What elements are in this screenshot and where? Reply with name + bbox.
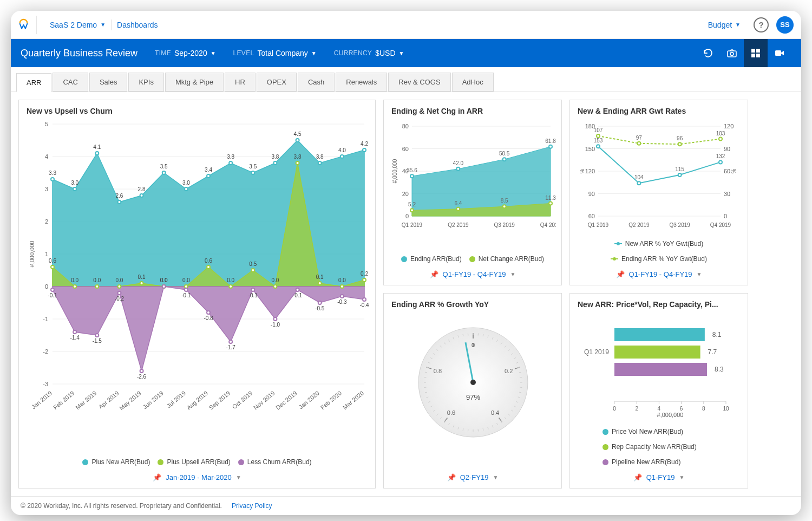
tab-opex[interactable]: OPEX xyxy=(257,73,297,92)
svg-text:#,000,000: #,000,000 xyxy=(392,159,398,183)
caret-down-icon: ▼ xyxy=(697,271,702,277)
present-button[interactable] xyxy=(768,39,791,67)
svg-point-156 xyxy=(549,202,552,205)
svg-point-80 xyxy=(318,282,322,285)
tab-hr[interactable]: HR xyxy=(225,73,256,92)
svg-point-152 xyxy=(456,207,460,211)
svg-text:0.1: 0.1 xyxy=(138,274,146,280)
privacy-link[interactable]: Privacy Policy xyxy=(232,502,272,510)
svg-text:Jun 2019: Jun 2019 xyxy=(142,389,165,410)
svg-text:2.8: 2.8 xyxy=(138,186,146,192)
svg-text:5: 5 xyxy=(45,121,48,127)
tab-adhoc[interactable]: AdHoc xyxy=(452,73,494,92)
svg-point-76 xyxy=(273,285,277,288)
svg-text:0.6: 0.6 xyxy=(447,409,455,416)
budget-label: Budget xyxy=(708,21,732,29)
topbar: SaaS 2 Demo ▼ Dashboards Budget ▼ ? SS xyxy=(11,11,801,39)
card-footer-range[interactable]: 📌 Q1-FY19 - Q4-FY19 ▼ xyxy=(570,266,748,285)
camera-icon xyxy=(726,48,737,58)
svg-text:0.2: 0.2 xyxy=(361,271,368,277)
svg-text:97: 97 xyxy=(636,135,643,141)
svg-point-32 xyxy=(117,200,121,204)
tab-renewals[interactable]: Renewals xyxy=(336,73,387,92)
budget-selector[interactable]: Budget ▼ xyxy=(703,21,746,29)
card-title: Ending & Net Chg in ARR xyxy=(384,100,561,119)
card-footer-range[interactable]: 📌 Q2-FY19 ▼ xyxy=(384,469,561,488)
svg-text:60: 60 xyxy=(402,146,409,152)
svg-text:60: 60 xyxy=(724,168,730,174)
svg-point-52 xyxy=(340,155,344,158)
svg-text:120: 120 xyxy=(585,168,595,174)
tab-arr[interactable]: ARR xyxy=(16,73,51,92)
svg-point-34 xyxy=(140,194,143,197)
help-button[interactable]: ? xyxy=(754,17,769,32)
svg-text:8.5: 8.5 xyxy=(501,198,508,204)
tab-cac[interactable]: CAC xyxy=(53,73,88,92)
time-selector[interactable]: TIME Sep-2020 ▼ xyxy=(155,49,216,57)
svg-text:3.8: 3.8 xyxy=(271,154,279,160)
pin-icon: 📌 xyxy=(633,473,642,481)
svg-point-1 xyxy=(730,53,734,56)
svg-text:3.4: 3.4 xyxy=(205,167,212,173)
svg-point-90 xyxy=(95,334,99,337)
svg-text:150: 150 xyxy=(585,146,595,152)
svg-point-144 xyxy=(456,167,460,171)
svg-text:61.8: 61.8 xyxy=(545,138,556,144)
svg-text:50.5: 50.5 xyxy=(499,151,510,157)
svg-text:97%: 97% xyxy=(466,393,480,401)
svg-point-36 xyxy=(162,171,166,174)
tab-mktg-pipe[interactable]: Mktg & Pipe xyxy=(165,73,224,92)
pin-icon: 📌 xyxy=(153,473,161,481)
svg-point-148 xyxy=(549,145,552,148)
tab-kpis[interactable]: KPIs xyxy=(128,73,163,92)
svg-point-86 xyxy=(51,288,54,291)
card-footer-range[interactable]: 📌 Q1-FY19 - Q4-FY19 ▼ xyxy=(384,266,561,285)
svg-point-114 xyxy=(363,298,366,301)
svg-text:Mar 2020: Mar 2020 xyxy=(342,389,365,411)
svg-text:0.0: 0.0 xyxy=(338,277,346,283)
svg-point-189 xyxy=(637,142,640,145)
tab-rev-cogs[interactable]: Rev & COGS xyxy=(388,73,450,92)
legend-item: New ARR % YoY Gwt(Bud) xyxy=(614,240,704,248)
card-new-arr-breakdown: New ARR: Price*Vol, Rep Capacity, Pi... … xyxy=(569,293,748,489)
tab-bar: ARRCACSalesKPIsMktg & PipeHROPEXCashRene… xyxy=(11,67,801,92)
snapshot-button[interactable] xyxy=(720,39,744,67)
svg-point-26 xyxy=(51,178,54,181)
svg-rect-4 xyxy=(751,54,755,57)
legend-item: Ending ARR(Bud) xyxy=(401,255,462,263)
card-footer-range[interactable]: 📌 Jan-2019 - Mar-2020 ▼ xyxy=(19,469,375,488)
svg-text:0.6: 0.6 xyxy=(205,258,212,264)
card-growth-rates: New & Ending ARR Gwt Rates 6090120150180… xyxy=(569,100,748,285)
svg-text:Q3 2019: Q3 2019 xyxy=(669,222,690,228)
svg-point-50 xyxy=(318,161,322,165)
svg-text:4.5: 4.5 xyxy=(294,131,302,137)
svg-point-183 xyxy=(678,173,682,177)
svg-text:0.0: 0.0 xyxy=(271,277,279,283)
currency-selector[interactable]: CURRENCY $USD ▼ xyxy=(334,49,404,57)
breadcrumb-dashboards[interactable]: Dashboards xyxy=(112,21,163,29)
svg-point-106 xyxy=(273,317,277,321)
svg-text:3.8: 3.8 xyxy=(227,154,234,160)
svg-point-150 xyxy=(410,209,414,212)
svg-rect-2 xyxy=(751,49,755,53)
svg-text:80: 80 xyxy=(402,123,409,129)
card-growth-yoy: Ending ARR % Growth YoY 00.20.40.60.8197… xyxy=(383,293,562,489)
svg-text:8.1: 8.1 xyxy=(712,331,722,338)
workspace-selector[interactable]: SaaS 2 Demo ▼ xyxy=(44,21,111,29)
tab-sales[interactable]: Sales xyxy=(89,73,128,92)
grid-view-button[interactable] xyxy=(744,39,768,67)
svg-text:4.0: 4.0 xyxy=(338,147,346,153)
svg-rect-279 xyxy=(614,363,707,376)
tab-cash[interactable]: Cash xyxy=(298,73,335,92)
svg-text:Q1 2019: Q1 2019 xyxy=(588,222,609,228)
level-selector[interactable]: LEVEL Total Company ▼ xyxy=(233,49,317,57)
legend-item: Price Vol New ARR(Bud) xyxy=(603,428,683,435)
card-footer-range[interactable]: 📌 Q1-FY19 ▼ xyxy=(570,469,748,488)
avatar[interactable]: SS xyxy=(776,16,794,34)
svg-point-72 xyxy=(229,285,232,288)
refresh-button[interactable] xyxy=(696,39,720,67)
svg-text:2: 2 xyxy=(45,218,48,225)
copyright: © 2020 Workday, Inc. All rights reserved… xyxy=(21,502,222,510)
svg-point-54 xyxy=(363,148,366,152)
svg-point-94 xyxy=(140,369,143,373)
